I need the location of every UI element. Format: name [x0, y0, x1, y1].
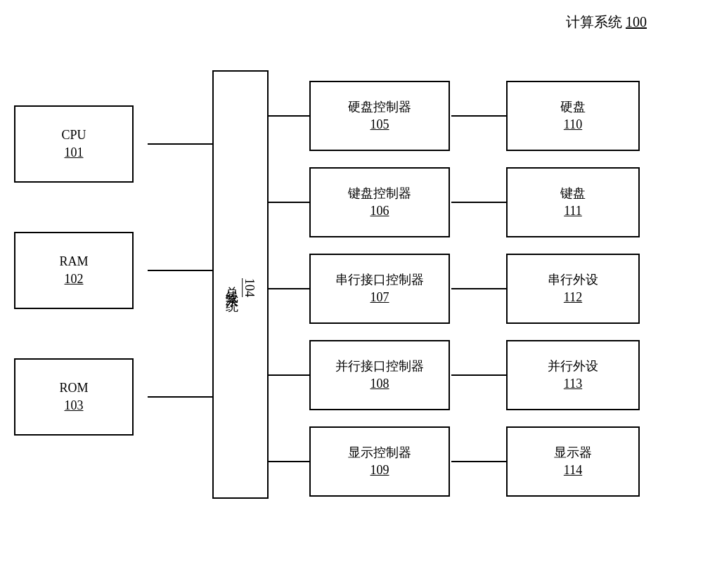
dev-111-label: 键盘 — [560, 185, 586, 202]
ctrl-106-box: 键盘控制器 106 — [309, 167, 450, 237]
dev-112-number: 112 — [564, 289, 582, 306]
dev-111-box: 键盘 111 — [506, 167, 640, 237]
dev-112-label: 串行外设 — [548, 271, 598, 289]
ctrl-107-number: 107 — [370, 289, 389, 306]
dev-114-box: 显示器 114 — [506, 426, 640, 497]
ctrl-105-label: 硬盘控制器 — [348, 98, 411, 116]
ctrl-109-number: 109 — [370, 462, 389, 479]
ctrl-107-box: 串行接口控制器 107 — [309, 254, 450, 324]
bus-box: 总线系统 104 — [212, 70, 269, 499]
page-title: 计算系统 100 — [566, 13, 647, 32]
rom-number: 103 — [65, 397, 84, 414]
ctrl-109-box: 显示控制器 109 — [309, 426, 450, 497]
ctrl-108-number: 108 — [370, 375, 389, 393]
rom-label: ROM — [59, 379, 88, 397]
cpu-label: CPU — [61, 126, 86, 144]
ram-number: 102 — [65, 270, 84, 288]
dev-114-number: 114 — [564, 462, 582, 479]
dev-110-number: 110 — [564, 116, 582, 133]
ctrl-108-label: 并行接口控制器 — [335, 358, 424, 375]
dev-113-label: 并行外设 — [548, 358, 598, 375]
ctrl-105-box: 硬盘控制器 105 — [309, 81, 450, 151]
bus-label: 总线系统 104 — [223, 273, 258, 297]
dev-114-label: 显示器 — [554, 444, 592, 462]
dev-113-number: 113 — [564, 375, 582, 393]
ram-label: RAM — [59, 253, 88, 270]
ctrl-106-label: 键盘控制器 — [348, 185, 411, 202]
title-number: 100 — [626, 14, 647, 30]
ctrl-107-label: 串行接口控制器 — [335, 271, 424, 289]
ram-box: RAM 102 — [14, 232, 134, 309]
bus-number: 104 — [240, 278, 258, 297]
ctrl-109-label: 显示控制器 — [348, 444, 411, 462]
dev-110-box: 硬盘 110 — [506, 81, 640, 151]
ctrl-108-box: 并行接口控制器 108 — [309, 340, 450, 410]
cpu-box: CPU 101 — [14, 105, 134, 183]
ctrl-105-number: 105 — [370, 116, 389, 133]
dev-110-label: 硬盘 — [560, 98, 586, 116]
dev-112-box: 串行外设 112 — [506, 254, 640, 324]
cpu-number: 101 — [65, 144, 84, 162]
dev-111-number: 111 — [564, 202, 582, 220]
rom-box: ROM 103 — [14, 358, 134, 436]
ctrl-106-number: 106 — [370, 202, 389, 220]
dev-113-box: 并行外设 113 — [506, 340, 640, 410]
